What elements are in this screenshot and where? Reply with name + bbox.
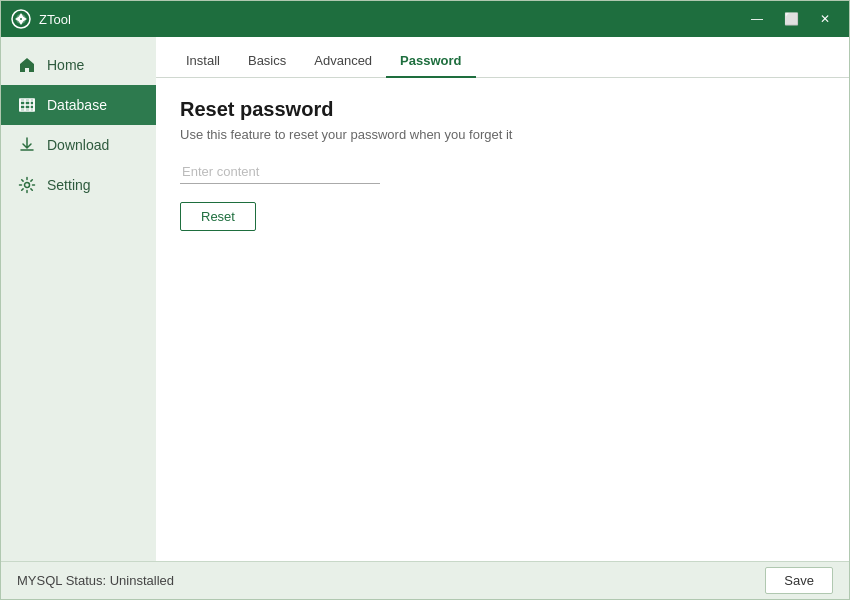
download-icon xyxy=(17,135,37,155)
page-content: Reset password Use this feature to reset… xyxy=(156,78,849,561)
sidebar-label-download: Download xyxy=(47,137,109,153)
reset-button[interactable]: Reset xyxy=(180,202,256,231)
page-subtitle: Use this feature to reset your password … xyxy=(180,127,825,142)
sidebar-item-home[interactable]: Home xyxy=(1,45,156,85)
content-input[interactable] xyxy=(180,160,380,184)
close-button[interactable]: ✕ xyxy=(811,9,839,29)
tab-basics[interactable]: Basics xyxy=(234,45,300,78)
statusbar: MYSQL Status: Uninstalled Save xyxy=(1,561,849,599)
app-window: ZTool — ⬜ ✕ Home xyxy=(0,0,850,600)
titlebar-controls: — ⬜ ✕ xyxy=(743,9,839,29)
setting-icon xyxy=(17,175,37,195)
tab-bar: Install Basics Advanced Password xyxy=(156,37,849,78)
sidebar-item-database[interactable]: Database xyxy=(1,85,156,125)
svg-point-14 xyxy=(25,183,30,188)
titlebar: ZTool — ⬜ ✕ xyxy=(1,1,849,37)
page-title: Reset password xyxy=(180,98,825,121)
save-button[interactable]: Save xyxy=(765,567,833,594)
tab-advanced[interactable]: Advanced xyxy=(300,45,386,78)
sidebar-label-home: Home xyxy=(47,57,84,73)
sidebar-item-download[interactable]: Download xyxy=(1,125,156,165)
app-title: ZTool xyxy=(39,12,71,27)
main-layout: Home Database xyxy=(1,37,849,561)
sidebar: Home Database xyxy=(1,37,156,561)
tab-install[interactable]: Install xyxy=(172,45,234,78)
sidebar-label-setting: Setting xyxy=(47,177,91,193)
tab-password[interactable]: Password xyxy=(386,45,475,78)
mysql-status-text: MYSQL Status: Uninstalled xyxy=(17,573,174,588)
app-logo-icon xyxy=(11,9,31,29)
sidebar-item-setting[interactable]: Setting xyxy=(1,165,156,205)
home-icon xyxy=(17,55,37,75)
content-area: Install Basics Advanced Password Reset p… xyxy=(156,37,849,561)
titlebar-left: ZTool xyxy=(11,9,71,29)
maximize-button[interactable]: ⬜ xyxy=(777,9,805,29)
sidebar-label-database: Database xyxy=(47,97,107,113)
database-icon xyxy=(17,95,37,115)
minimize-button[interactable]: — xyxy=(743,9,771,29)
